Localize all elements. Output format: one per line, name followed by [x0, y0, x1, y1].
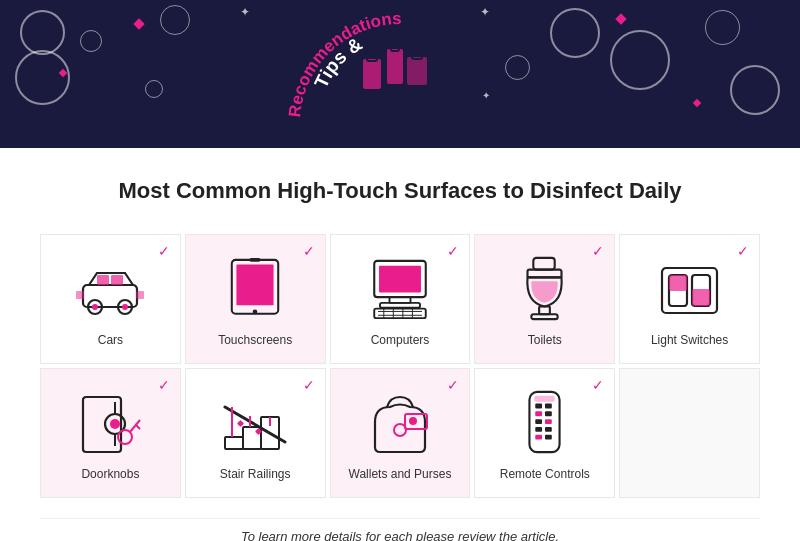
- bubble-deco: [550, 8, 600, 58]
- item-card-lightswitches: ✓ Light Switches: [619, 234, 760, 364]
- svg-rect-31: [380, 303, 420, 308]
- svg-rect-39: [534, 258, 555, 270]
- svg-rect-32: [374, 309, 426, 319]
- svg-rect-25: [237, 264, 274, 305]
- touchscreen-icon: [220, 255, 290, 325]
- svg-rect-71: [536, 412, 543, 417]
- svg-rect-76: [545, 427, 552, 432]
- svg-rect-17: [111, 275, 123, 285]
- bubble-deco: [80, 30, 102, 52]
- item-card-wallets: ✓ Wallets and Purses: [330, 368, 471, 498]
- bubble-deco: [610, 30, 670, 90]
- check-icon: ✓: [447, 243, 459, 259]
- item-label: Doorknobs: [81, 467, 139, 483]
- check-icon: ✓: [303, 243, 315, 259]
- check-icon: ✓: [303, 377, 315, 393]
- svg-rect-72: [545, 412, 552, 417]
- check-icon: ✓: [447, 377, 459, 393]
- item-card-stairrailings: ✓ Stair Railings: [185, 368, 326, 498]
- svg-rect-69: [536, 404, 543, 409]
- item-card-toilets: ✓ Toilets: [474, 234, 615, 364]
- svg-rect-79: [535, 396, 555, 402]
- bubble-deco: [730, 65, 780, 115]
- svg-rect-67: [409, 417, 417, 425]
- item-card-empty: [619, 368, 760, 498]
- svg-point-50: [110, 419, 120, 429]
- svg-rect-27: [250, 258, 261, 262]
- item-label: Light Switches: [651, 333, 728, 349]
- star-deco: ✦: [240, 5, 250, 19]
- svg-rect-74: [545, 420, 552, 425]
- svg-rect-41: [539, 307, 550, 315]
- item-label: Cars: [98, 333, 123, 349]
- bubble-deco: [15, 50, 70, 105]
- svg-point-26: [253, 309, 258, 314]
- svg-rect-22: [76, 291, 84, 299]
- bubble-deco: [160, 5, 190, 35]
- doorknob-icon: [75, 389, 145, 459]
- item-card-doorknobs: ✓ Doorknobs: [40, 368, 181, 498]
- check-icon: ✓: [592, 377, 604, 393]
- main-content: Most Common High-Touch Surfaces to Disin…: [0, 148, 800, 541]
- item-card-remotecontrols: ✓ Remote: [474, 368, 615, 498]
- svg-rect-3: [363, 59, 381, 89]
- stairrailing-icon: [220, 389, 290, 459]
- svg-rect-15: [83, 285, 137, 307]
- footer-note: To learn more details for each please re…: [40, 518, 760, 541]
- svg-rect-23: [136, 291, 144, 299]
- item-card-cars: ✓ Cars: [40, 234, 181, 364]
- check-icon: ✓: [592, 243, 604, 259]
- svg-point-19: [92, 304, 98, 310]
- item-label: Toilets: [528, 333, 562, 349]
- svg-line-6: [375, 35, 387, 41]
- svg-rect-57: [225, 437, 243, 449]
- item-label: Stair Railings: [220, 467, 291, 483]
- check-icon: ✓: [737, 243, 749, 259]
- svg-rect-75: [536, 427, 543, 432]
- svg-rect-42: [532, 315, 558, 320]
- bubble-deco: [705, 10, 740, 45]
- svg-rect-16: [97, 275, 109, 285]
- svg-rect-12: [407, 57, 427, 85]
- diamond-deco: [615, 13, 626, 24]
- item-card-touchscreens: ✓ Touchscreens: [185, 234, 326, 364]
- svg-point-21: [122, 304, 128, 310]
- check-icon: ✓: [158, 377, 170, 393]
- svg-rect-40: [528, 270, 562, 278]
- item-label: Computers: [371, 333, 430, 349]
- svg-rect-29: [379, 266, 421, 293]
- computer-icon: [365, 255, 435, 325]
- check-icon: ✓: [158, 243, 170, 259]
- item-label: Touchscreens: [218, 333, 292, 349]
- bottles-icon: [355, 19, 445, 129]
- item-label: Wallets and Purses: [349, 467, 452, 483]
- svg-rect-70: [545, 404, 552, 409]
- lightswitch-icon: [655, 255, 725, 325]
- diamond-deco: [133, 18, 144, 29]
- wallet-icon: [365, 389, 435, 459]
- item-card-computers: ✓ Computers: [330, 234, 471, 364]
- diamond-deco: [693, 99, 701, 107]
- svg-rect-77: [536, 435, 543, 440]
- svg-rect-73: [536, 420, 543, 425]
- header-banner: ✦ ✦ ✦ Tips & Recommendations: [0, 0, 800, 148]
- remote-icon: [510, 389, 580, 459]
- cars-icon: [75, 255, 145, 325]
- svg-rect-8: [387, 49, 403, 84]
- svg-line-54: [130, 420, 140, 432]
- svg-rect-63: [237, 420, 244, 427]
- item-label: Remote Controls: [500, 467, 590, 483]
- svg-rect-78: [545, 435, 552, 440]
- items-grid: ✓ Cars ✓: [40, 234, 760, 498]
- toilet-icon: [510, 255, 580, 325]
- bubble-deco: [20, 10, 65, 55]
- svg-rect-45: [669, 275, 687, 291]
- svg-rect-47: [692, 289, 710, 306]
- bubble-deco: [145, 80, 163, 98]
- section-title: Most Common High-Touch Surfaces to Disin…: [40, 178, 760, 204]
- svg-line-55: [136, 425, 140, 429]
